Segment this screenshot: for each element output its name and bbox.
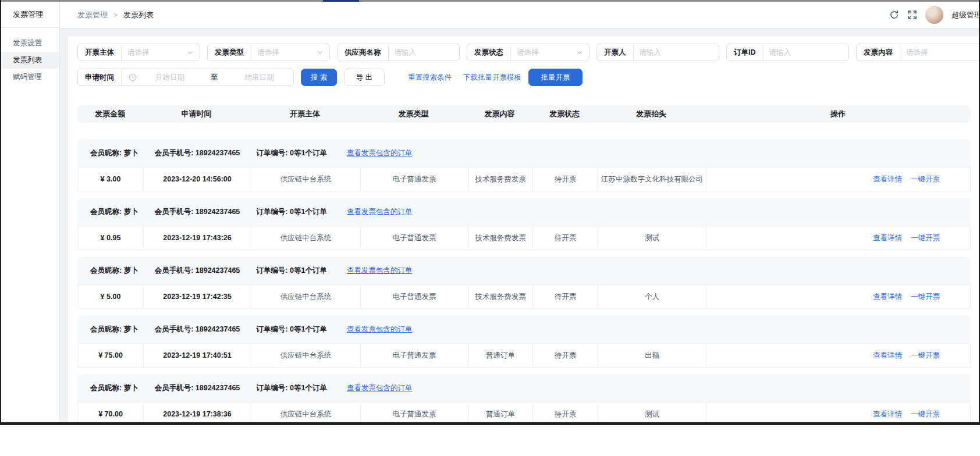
view-detail-link[interactable]: 查看详情 <box>873 351 902 361</box>
cell-apply-time: 2023-12-20 14:56:00 <box>143 168 251 191</box>
filter-invoice-content: 发票内容 请选择 <box>856 44 979 61</box>
member-phone: 会员手机号: 18924237465 <box>155 148 240 158</box>
group-member-info: 会员昵称: 萝卜 会员手机号: 18924237465 订单编号: 0等1个订单… <box>77 139 971 167</box>
cell-subject: 供应链中台系统 <box>251 285 360 308</box>
topbar-actions: 超级管理员 <box>845 6 979 24</box>
invoice-row: ¥ 75.00 2023-12-19 17:40:51 供应链中台系统 电子普通… <box>77 343 971 368</box>
invoice-type-select[interactable]: 请选择 <box>251 44 329 60</box>
invoice-subject-select[interactable]: 请选择 <box>121 44 200 60</box>
user-name[interactable]: 超级管理员 <box>951 10 979 20</box>
invoice-group: 会员昵称: 萝卜 会员手机号: 18924237465 订单编号: 0等1个订单… <box>77 374 971 422</box>
sidebar-nav: 发票设置 发票列表 赋码管理 <box>1 28 59 86</box>
view-included-orders-link[interactable]: 查看发票包含的订单 <box>347 266 413 276</box>
invoice-group: 会员昵称: 萝卜 会员手机号: 18924237465 订单编号: 0等1个订单… <box>77 198 971 250</box>
col-header-title: 发票抬头 <box>597 109 705 119</box>
group-member-info: 会员昵称: 萝卜 会员手机号: 18924237465 订单编号: 0等1个订单… <box>77 256 971 284</box>
cell-type: 电子普通发票 <box>360 344 468 367</box>
sidebar-title: 发票管理 <box>1 2 59 28</box>
member-phone: 会员手机号: 18924237465 <box>155 207 240 217</box>
invoice-table: 发票金额 申请时间 开票主体 发票类型 发票内容 发票状态 发票抬头 操作 <box>77 105 971 422</box>
filter-invoice-type: 发票类型 请选择 <box>207 44 330 61</box>
col-header-subject: 开票主体 <box>250 109 360 119</box>
window-top-accent <box>323 0 359 2</box>
cell-type: 电子普通发票 <box>360 168 468 191</box>
export-button[interactable]: 导 出 <box>344 69 385 86</box>
cell-type: 电子普通发票 <box>360 226 468 250</box>
cell-content: 技术服务费发票 <box>468 285 532 308</box>
breadcrumb-root[interactable]: 发票管理 <box>77 10 108 20</box>
view-included-orders-link[interactable]: 查看发票包含的订单 <box>347 325 413 334</box>
view-included-orders-link[interactable]: 查看发票包含的订单 <box>347 207 413 217</box>
member-nickname: 会员昵称: 萝卜 <box>90 207 139 217</box>
cell-actions: 查看详情 一键开票 <box>706 168 970 191</box>
issuer-input[interactable]: 请输入 <box>633 44 719 60</box>
search-button[interactable]: 搜 索 <box>301 69 337 86</box>
filter-apply-time: 申请时间 开始日期 至 结束日期 <box>77 69 294 86</box>
invoice-status-select[interactable]: 请选择 <box>510 44 589 60</box>
cell-amount: ¥ 5.00 <box>78 285 143 308</box>
cell-content: 普通订单 <box>468 402 532 422</box>
filter-label: 申请时间 <box>78 73 121 83</box>
view-detail-link[interactable]: 查看详情 <box>873 409 902 419</box>
col-header-status: 发票状态 <box>532 109 597 119</box>
chevron-down-icon <box>187 49 194 56</box>
refresh-icon[interactable] <box>889 10 899 20</box>
topbar: 发票管理 > 发票列表 <box>60 2 979 28</box>
download-batch-template-link[interactable]: 下载批量开票模板 <box>463 73 521 83</box>
cell-subject: 供应链中台系统 <box>251 168 360 191</box>
cell-status: 待开票 <box>532 168 598 191</box>
supplier-name-input[interactable]: 请输入 <box>388 44 460 60</box>
breadcrumb-separator: > <box>113 11 118 19</box>
reset-filters-link[interactable]: 重置搜索条件 <box>408 73 452 83</box>
order-id-input[interactable]: 请输入 <box>763 44 849 60</box>
user-avatar[interactable] <box>925 6 943 24</box>
cell-content: 普通订单 <box>468 344 532 367</box>
filter-label: 发票状态 <box>467 48 510 58</box>
invoice-group: 会员昵称: 萝卜 会员手机号: 18924237465 订单编号: 0等1个订单… <box>77 256 971 309</box>
invoice-content-select[interactable]: 请选择 <box>900 44 979 60</box>
sidebar-item-invoice-list[interactable]: 发票列表 <box>1 52 59 69</box>
cell-title: 个人 <box>598 285 706 308</box>
view-detail-link[interactable]: 查看详情 <box>873 174 902 184</box>
table-header: 发票金额 申请时间 开票主体 发票类型 发票内容 发票状态 发票抬头 操作 <box>77 105 971 123</box>
cell-apply-time: 2023-12-19 17:42:35 <box>143 285 251 308</box>
one-click-invoice-link[interactable]: 一键开票 <box>911 292 940 302</box>
chevron-down-icon <box>317 49 324 56</box>
one-click-invoice-link[interactable]: 一键开票 <box>911 351 940 361</box>
order-number: 订单编号: 0等1个订单 <box>256 325 327 334</box>
view-included-orders-link[interactable]: 查看发票包含的订单 <box>347 148 413 158</box>
cell-amount: ¥ 0.95 <box>78 226 143 250</box>
member-phone: 会员手机号: 18924237465 <box>155 383 240 393</box>
invoice-group: 会员昵称: 萝卜 会员手机号: 18924237465 订单编号: 0等1个订单… <box>77 139 971 191</box>
cell-content: 技术服务费发票 <box>468 226 532 250</box>
one-click-invoice-link[interactable]: 一键开票 <box>911 174 940 184</box>
chevron-down-icon <box>576 49 583 56</box>
sidebar-item-invoice-settings[interactable]: 发票设置 <box>1 35 59 52</box>
content-area: 开票主体 请选择 发票类型 请选择 <box>60 28 979 422</box>
breadcrumb-current: 发票列表 <box>123 10 154 20</box>
filter-invoice-subject: 开票主体 请选择 <box>77 44 200 61</box>
member-nickname: 会员昵称: 萝卜 <box>90 266 139 276</box>
order-number: 订单编号: 0等1个订单 <box>256 148 327 158</box>
one-click-invoice-link[interactable]: 一键开票 <box>911 233 940 243</box>
cell-amount: ¥ 70.00 <box>78 402 143 422</box>
filter-issuer: 开票人 请输入 <box>596 44 719 61</box>
fullscreen-icon[interactable] <box>907 10 917 20</box>
view-included-orders-link[interactable]: 查看发票包含的订单 <box>347 383 413 393</box>
filter-order-id: 订单ID 请输入 <box>726 44 849 61</box>
cell-title: 出额 <box>598 344 706 367</box>
cell-content: 技术服务费发票 <box>468 168 532 191</box>
view-detail-link[interactable]: 查看详情 <box>873 233 902 243</box>
member-nickname: 会员昵称: 萝卜 <box>90 148 139 158</box>
order-number: 订单编号: 0等1个订单 <box>256 383 327 393</box>
view-detail-link[interactable]: 查看详情 <box>873 292 902 302</box>
invoice-group: 会员昵称: 萝卜 会员手机号: 18924237465 订单编号: 0等1个订单… <box>77 315 971 368</box>
one-click-invoice-link[interactable]: 一键开票 <box>911 409 940 419</box>
batch-invoice-button[interactable]: 批量开票 <box>528 69 583 86</box>
date-range-picker[interactable]: 开始日期 至 结束日期 <box>121 69 293 86</box>
sidebar-item-code-management[interactable]: 赋码管理 <box>1 69 59 86</box>
filter-label: 开票人 <box>597 48 633 58</box>
breadcrumb: 发票管理 > 发票列表 <box>77 10 154 20</box>
end-date-placeholder: 结束日期 <box>231 73 287 83</box>
cell-actions: 查看详情 一键开票 <box>706 402 970 422</box>
